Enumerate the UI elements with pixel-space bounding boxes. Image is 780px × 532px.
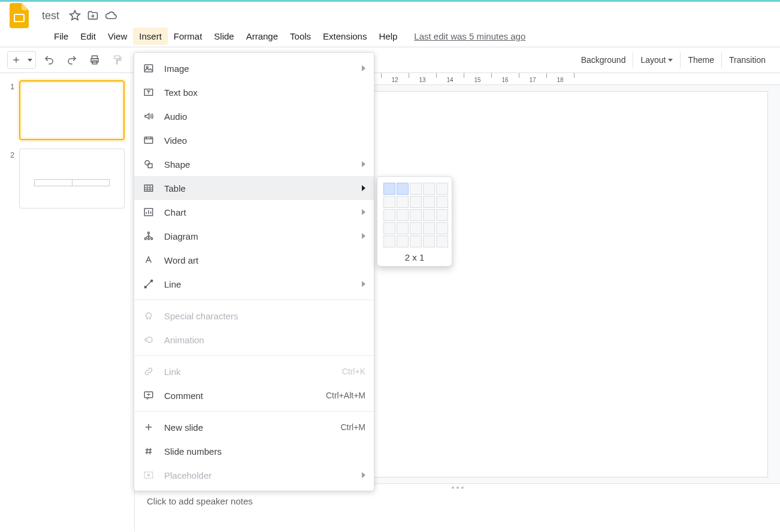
table-picker-cell[interactable] <box>436 222 448 234</box>
menu-item-label: Text box <box>164 87 365 98</box>
table-picker-cell[interactable] <box>410 196 422 208</box>
insert-shape[interactable]: Shape <box>134 152 374 176</box>
submenu-arrow-icon <box>362 209 365 215</box>
print-button[interactable] <box>85 50 104 69</box>
table-picker-cell[interactable] <box>383 222 395 234</box>
menu-item-label: Word art <box>164 255 365 265</box>
submenu-arrow-icon <box>362 185 365 191</box>
insert-audio[interactable]: Audio <box>134 104 374 128</box>
table-picker-cell[interactable] <box>436 196 448 208</box>
table-picker-cell[interactable] <box>383 183 395 195</box>
table-picker-cell[interactable] <box>423 222 435 234</box>
table-picker-cell[interactable] <box>423 196 435 208</box>
layout-button[interactable]: Layout <box>633 52 680 68</box>
table-picker-cell[interactable] <box>423 209 435 221</box>
table-picker-cell[interactable] <box>383 209 395 221</box>
insert-special-characters: Special characters <box>134 304 374 328</box>
table-picker-cell[interactable] <box>410 235 422 247</box>
svg-point-9 <box>145 161 150 165</box>
submenu-arrow-icon <box>362 161 365 167</box>
menu-separator <box>134 411 374 412</box>
insert-new-slide[interactable]: New slideCtrl+M <box>134 415 374 439</box>
link-icon <box>143 365 155 377</box>
insert-line[interactable]: Line <box>134 272 374 296</box>
menu-slide[interactable]: Slide <box>208 28 240 45</box>
table-icon <box>143 182 155 194</box>
table-picker-cell[interactable] <box>423 235 435 247</box>
ruler-label: 14 <box>446 77 453 83</box>
theme-button[interactable]: Theme <box>680 52 721 68</box>
table-picker-cell[interactable] <box>397 235 409 247</box>
menu-file[interactable]: File <box>48 28 74 45</box>
menu-item-label: Audio <box>164 111 365 122</box>
move-folder-icon[interactable] <box>87 10 99 22</box>
slides-logo-icon[interactable] <box>7 1 31 31</box>
title-bar: test <box>0 2 780 26</box>
cloud-status-icon[interactable] <box>105 10 117 22</box>
table-picker-cell[interactable] <box>410 222 422 234</box>
menu-insert[interactable]: Insert <box>133 28 168 45</box>
background-button[interactable]: Background <box>574 52 633 68</box>
svg-rect-4 <box>114 56 120 59</box>
menu-format[interactable]: Format <box>168 28 208 45</box>
menu-help[interactable]: Help <box>373 28 403 45</box>
table-size-picker[interactable]: 2 x 1 <box>377 176 452 267</box>
table-picker-cell[interactable] <box>436 235 448 247</box>
menu-item-label: Slide numbers <box>164 446 365 457</box>
table-picker-cell[interactable] <box>383 196 395 208</box>
menu-arrange[interactable]: Arrange <box>240 28 284 45</box>
table-picker-cell[interactable] <box>397 222 409 234</box>
transition-button[interactable]: Transition <box>721 52 773 68</box>
paint-format-button[interactable] <box>108 50 127 69</box>
insert-comment[interactable]: CommentCtrl+Alt+M <box>134 383 374 407</box>
star-icon[interactable] <box>69 10 81 22</box>
insert-image[interactable]: Image <box>134 56 374 80</box>
insert-video[interactable]: Video <box>134 128 374 152</box>
last-edit-link[interactable]: Last edit was 5 minutes ago <box>414 31 525 41</box>
slide-thumbnail[interactable] <box>19 80 125 140</box>
insert-slide-numbers[interactable]: Slide numbers <box>134 439 374 463</box>
menu-edit[interactable]: Edit <box>74 28 102 45</box>
table-picker-cell[interactable] <box>410 209 422 221</box>
menu-shortcut: Ctrl+K <box>342 367 365 376</box>
insert-table[interactable]: Table <box>134 176 374 200</box>
table-picker-cell[interactable] <box>383 235 395 247</box>
menu-item-label: Placeholder <box>164 470 347 480</box>
notes-placeholder[interactable]: Click to add speaker notes <box>135 491 780 511</box>
svg-point-14 <box>144 238 146 240</box>
new-slide-dropdown[interactable] <box>25 52 35 68</box>
menu-item-label: Special characters <box>164 311 365 321</box>
table-picker-cell[interactable] <box>436 209 448 221</box>
undo-button[interactable] <box>40 50 59 69</box>
svg-point-16 <box>151 238 153 240</box>
insert-chart[interactable]: Chart <box>134 200 374 224</box>
menu-item-label: Image <box>164 64 347 74</box>
comment-icon <box>143 389 155 401</box>
slide-number: 2 <box>5 149 14 208</box>
table-picker-cell[interactable] <box>410 183 422 195</box>
table-picker-cell[interactable] <box>436 183 448 195</box>
insert-diagram[interactable]: Diagram <box>134 224 374 248</box>
menu-extensions[interactable]: Extensions <box>317 28 373 45</box>
insert-menu-dropdown: ImageText boxAudioVideoShapeTableChartDi… <box>134 52 374 491</box>
table-picker-cell[interactable] <box>423 183 435 195</box>
insert-word-art[interactable]: Word art <box>134 248 374 272</box>
table-picker-cell[interactable] <box>397 209 409 221</box>
omega-icon <box>143 310 155 322</box>
menu-tools[interactable]: Tools <box>284 28 317 45</box>
redo-button[interactable] <box>62 50 81 69</box>
insert-text-box[interactable]: Text box <box>134 80 374 104</box>
doc-title[interactable]: test <box>38 8 63 23</box>
ruler-label: 17 <box>529 77 536 83</box>
menu-view[interactable]: View <box>102 28 133 45</box>
new-slide-button[interactable] <box>8 52 25 68</box>
wordart-icon <box>143 254 155 266</box>
table-picker-cell[interactable] <box>397 183 409 195</box>
table-picker-cell[interactable] <box>397 196 409 208</box>
svg-rect-8 <box>144 137 153 144</box>
svg-point-15 <box>148 238 150 240</box>
line-icon <box>143 278 155 290</box>
slide-thumbnail[interactable] <box>19 149 125 208</box>
ruler-label: 13 <box>419 77 425 83</box>
ruler-label: 18 <box>557 77 563 83</box>
